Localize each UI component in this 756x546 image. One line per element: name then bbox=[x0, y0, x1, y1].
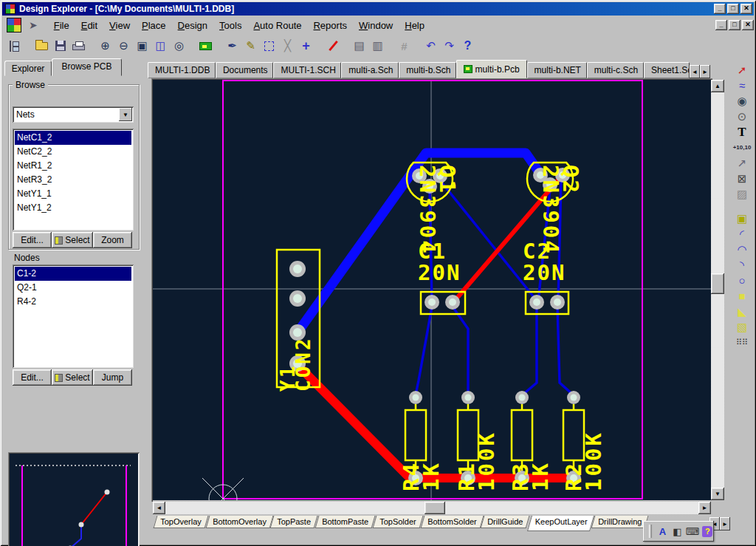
keyboard-icon[interactable]: ⌨ bbox=[686, 525, 699, 538]
c2-label[interactable]: C220N bbox=[523, 241, 566, 284]
nets-list[interactable]: NetC1_2 NetC2_2 NetR1_2 NetR3_2 NetY1_1 … bbox=[13, 129, 134, 231]
coordinate-icon[interactable]: +10,10 bbox=[732, 140, 752, 155]
layer-tab-bottomsolder[interactable]: BottomSolder bbox=[420, 516, 484, 528]
net-list-item[interactable]: NetY1_1 bbox=[15, 187, 131, 201]
tab-scroll-left-icon[interactable]: ◄ bbox=[690, 65, 700, 78]
nodes-list[interactable]: C1-2 Q2-1 R4-2 bbox=[13, 265, 134, 368]
canvas-vertical-scrollbar[interactable]: ▲ ▼ bbox=[711, 80, 724, 500]
help-icon[interactable]: ? bbox=[458, 38, 477, 54]
text-string-icon[interactable]: T bbox=[732, 124, 752, 140]
pad-array-icon[interactable]: ⠿⠿ bbox=[732, 335, 752, 350]
move-icon[interactable]: + bbox=[297, 38, 315, 54]
redo-icon[interactable]: ↷ bbox=[440, 38, 458, 54]
zoom-out-icon[interactable]: ⊖ bbox=[114, 38, 133, 54]
minimize-button[interactable]: _ bbox=[714, 4, 726, 14]
menu-reports[interactable]: Reports bbox=[307, 18, 353, 33]
arc-edge-icon[interactable]: ◜ bbox=[732, 226, 752, 242]
tab-multi-b-net[interactable]: multi-b.NET bbox=[527, 62, 587, 78]
multi-trace-icon[interactable]: ≈ bbox=[732, 78, 752, 93]
layer-tab-keepoutlayer[interactable]: KeepOutLayer bbox=[527, 516, 594, 531]
hatched-fill-icon[interactable]: ▨ bbox=[732, 186, 752, 202]
save-icon[interactable] bbox=[51, 38, 69, 54]
layer-tab-bottompaste[interactable]: BottomPaste bbox=[315, 516, 376, 528]
menu-auto-route[interactable]: Auto Route bbox=[247, 18, 307, 33]
tab-multi1-sch[interactable]: MULTI-1.SCH bbox=[273, 62, 341, 78]
layer-tab-topoverlay[interactable]: TopOverlay bbox=[154, 516, 209, 528]
menu-tools[interactable]: Tools bbox=[213, 18, 247, 33]
net-list-item[interactable]: NetR3_2 bbox=[15, 173, 131, 187]
scroll-left-icon[interactable]: ◄ bbox=[153, 502, 165, 514]
net-zoom-button[interactable]: Zoom bbox=[93, 232, 132, 248]
menu-view[interactable]: View bbox=[103, 18, 136, 33]
design-explorer-icon[interactable] bbox=[7, 18, 21, 33]
scroll-right-icon[interactable]: ► bbox=[698, 502, 711, 514]
board-view-icon[interactable] bbox=[196, 38, 215, 54]
tab-explorer[interactable]: Explorer bbox=[4, 61, 52, 76]
pcb-canvas[interactable]: Q12N3904 Q22N3904 C120N C220N Y1CON2 R41… bbox=[153, 80, 711, 500]
menu-place[interactable]: Place bbox=[136, 18, 172, 33]
layer-scroll-right-icon[interactable]: ► bbox=[720, 517, 730, 530]
scroll-up-icon[interactable]: ▲ bbox=[711, 80, 724, 92]
layer-tab-bottomoverlay[interactable]: BottomOverlay bbox=[205, 516, 273, 528]
menu-file[interactable]: File bbox=[48, 18, 75, 33]
grid-icon[interactable]: # bbox=[395, 38, 413, 54]
node-select-button[interactable]: Select bbox=[52, 369, 93, 386]
vertical-scroll-thumb[interactable] bbox=[711, 273, 724, 294]
arc-angles-icon[interactable]: ◝ bbox=[732, 257, 752, 273]
room-icon[interactable]: ⊠ bbox=[732, 171, 752, 186]
interactive-routing-icon[interactable]: ➚ bbox=[732, 62, 752, 78]
net-list-item[interactable]: NetC2_2 bbox=[15, 145, 131, 159]
tab-multi-c-sch[interactable]: multi-c.Sch bbox=[587, 62, 644, 78]
node-edit-button[interactable]: Edit... bbox=[13, 369, 52, 386]
child-minimize-button[interactable]: _ bbox=[715, 20, 727, 30]
explorer-panel-icon[interactable] bbox=[6, 38, 24, 54]
tab-multi-a-sch[interactable]: multi-a.Sch bbox=[341, 62, 399, 78]
tab-multi-b-pcb[interactable]: multi-b.Pcb bbox=[456, 60, 526, 78]
dropdown-arrow-icon[interactable]: ▼ bbox=[119, 108, 132, 121]
c1-label[interactable]: C120N bbox=[418, 241, 461, 284]
net-list-item[interactable]: NetC1_2 bbox=[15, 131, 131, 145]
zoom-area-icon[interactable]: ◫ bbox=[151, 38, 170, 54]
maximize-button[interactable]: □ bbox=[727, 4, 739, 14]
child-restore-button[interactable]: □ bbox=[729, 20, 740, 30]
net-edit-button[interactable]: Edit... bbox=[13, 232, 52, 248]
cross-probe-icon[interactable]: ✒ bbox=[223, 38, 241, 54]
close-button[interactable]: ✕ bbox=[740, 4, 752, 14]
dimension-icon[interactable]: ↗ bbox=[732, 155, 752, 171]
annotate-icon[interactable]: ✎ bbox=[241, 38, 260, 54]
menu-design[interactable]: Design bbox=[172, 18, 213, 33]
select-area-icon[interactable] bbox=[260, 38, 278, 54]
net-list-item[interactable]: NetR1_2 bbox=[15, 159, 131, 173]
browse-mode-dropdown[interactable]: Nets ▼ bbox=[13, 106, 134, 123]
component-icon[interactable]: ▣ bbox=[732, 211, 752, 226]
arc-center-icon[interactable]: ◠ bbox=[732, 242, 752, 257]
layer-tab-topsolder[interactable]: TopSolder bbox=[373, 516, 423, 528]
r2-label[interactable]: R2100K bbox=[524, 400, 644, 491]
board-minimap[interactable] bbox=[8, 452, 140, 546]
deselect-icon[interactable]: ╳ bbox=[278, 38, 297, 54]
polygon-plane-icon[interactable]: ◣ bbox=[732, 304, 752, 319]
menu-edit[interactable]: Edit bbox=[75, 18, 103, 33]
wizard-icon[interactable] bbox=[323, 38, 342, 54]
horizontal-scroll-thumb[interactable] bbox=[425, 502, 445, 514]
tab-sheet1-sch[interactable]: Sheet1.Sch bbox=[644, 62, 690, 78]
contrast-icon[interactable]: ◧ bbox=[671, 525, 684, 538]
pad-icon[interactable]: ⊙ bbox=[732, 109, 752, 124]
tab-multi-b-sch[interactable]: multi-b.Sch bbox=[399, 62, 456, 78]
full-circle-icon[interactable]: ○ bbox=[732, 273, 752, 288]
help-book-icon[interactable]: ? bbox=[701, 525, 714, 538]
tab-browse-pcb[interactable]: Browse PCB bbox=[52, 58, 122, 76]
menu-window[interactable]: Window bbox=[353, 18, 399, 33]
tab-multi1-ddb[interactable]: MULTI-1.DDB bbox=[148, 62, 216, 78]
layer-tab-drillguide[interactable]: DrillGuide bbox=[481, 516, 530, 528]
menu-help[interactable]: Help bbox=[399, 18, 430, 33]
split-plane-icon[interactable]: ▧ bbox=[732, 319, 752, 335]
zoom-select-icon[interactable]: ◎ bbox=[170, 38, 188, 54]
child-close-button[interactable]: ✕ bbox=[742, 20, 754, 30]
node-list-item[interactable]: Q2-1 bbox=[15, 281, 131, 295]
view-3d-zoom-icon[interactable]: ▥ bbox=[368, 38, 387, 54]
node-list-item[interactable]: R4-2 bbox=[15, 295, 131, 309]
view-3d-icon[interactable]: ▤ bbox=[350, 38, 368, 54]
y1-label[interactable]: Y1CON2 bbox=[250, 309, 343, 392]
net-list-item[interactable]: NetY1_2 bbox=[15, 201, 131, 215]
